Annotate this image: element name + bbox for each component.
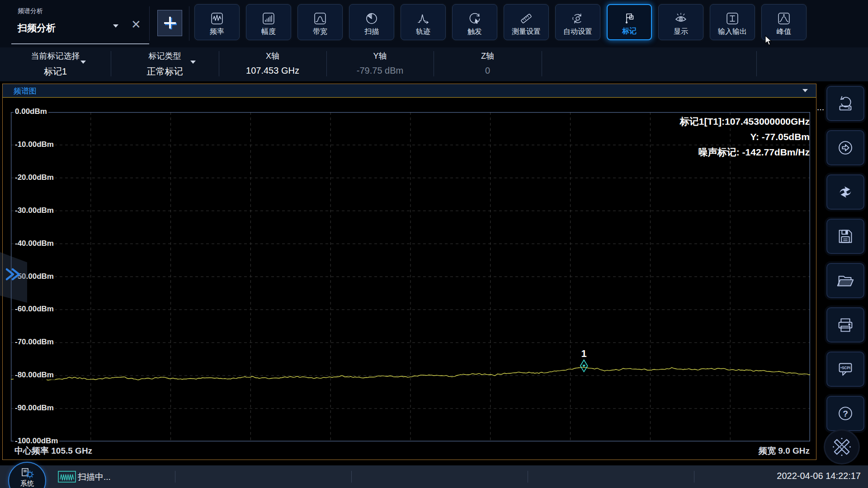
auto-tune-icon <box>570 11 585 26</box>
svg-text:?: ? <box>843 409 848 418</box>
toolbar-button-peak[interactable]: 峰值 <box>761 4 807 40</box>
toolbar-button-label: 测量设置 <box>512 27 541 37</box>
scpi-button[interactable]: •SCPI <box>826 352 864 387</box>
toolbar-button-label: 轨迹 <box>416 27 430 37</box>
toolbar-button-frequency[interactable]: 频率 <box>194 4 240 40</box>
close-tab-icon[interactable]: ✕ <box>129 18 143 32</box>
system-gear-icon <box>20 467 34 479</box>
y-axis-label: Y轴 <box>326 51 434 61</box>
ruler-icon <box>519 11 534 26</box>
sweep-status-icon <box>58 470 76 483</box>
marker-flag-icon <box>622 10 637 26</box>
marker-1[interactable]: 1 <box>580 348 588 372</box>
top-bar: 频谱分析 扫频分析 ✕ 频率 <box>0 0 868 47</box>
divider <box>149 6 150 41</box>
span-value: 9.0 GHz <box>778 446 810 455</box>
help-icon: ? <box>835 403 856 424</box>
y-axis-tick-label: 0.00dBm <box>14 107 48 116</box>
y-axis-tick-label: -10.00dBm <box>14 140 55 149</box>
run-arrow-icon <box>835 137 856 158</box>
statusbar-divider <box>175 471 175 483</box>
toolbar-button-bandwidth[interactable]: 带宽 <box>297 4 343 40</box>
tab-underline <box>11 43 149 44</box>
x-axis-value[interactable]: 107.453 GHz <box>219 66 326 76</box>
marker-type-value[interactable]: 正常标记 <box>111 66 219 78</box>
toolbar-button-sweep[interactable]: 扫描 <box>349 4 394 40</box>
function-toolbar: 频率 幅度 带宽 <box>194 4 807 40</box>
marker-type-label: 标记类型 <box>111 51 219 61</box>
toolbar-button-label: 触发 <box>467 27 482 37</box>
app-root: 频谱分析 扫频分析 ✕ 频率 <box>0 0 868 488</box>
y-axis-tick-label: -70.00dBm <box>14 338 55 347</box>
toolbar-button-label: 显示 <box>674 27 688 37</box>
center-frequency-value: 105.5 GHz <box>51 446 92 455</box>
task-dropdown-caret-icon[interactable] <box>113 24 118 28</box>
toolbar-button-label: 幅度 <box>261 27 276 37</box>
toolbar-button-amplitude[interactable]: 幅度 <box>246 4 291 40</box>
chevron-down-icon[interactable] <box>190 61 196 64</box>
marker-readout-line1: 标记1[T1]:107.453000000GHz <box>680 114 810 129</box>
input-output-icon <box>725 11 740 26</box>
toolbar-button-auto-setup[interactable]: 自动设置 <box>555 4 600 40</box>
navigate-button[interactable] <box>824 429 860 465</box>
span-readout[interactable]: 频宽 9.0 GHz <box>759 445 810 457</box>
toolbar-button-marker[interactable]: 标记 <box>607 4 652 40</box>
span-label: 频宽 <box>759 446 776 455</box>
toolbar-button-label: 频率 <box>210 27 224 37</box>
y-axis-field[interactable]: Y轴 -79.75 dBm <box>326 47 434 81</box>
current-marker-value[interactable]: 标记1 <box>0 66 111 78</box>
open-folder-icon <box>835 270 856 291</box>
panel-collapse-caret-icon[interactable] <box>802 89 808 92</box>
y-axis-value: -79.75 dBm <box>326 66 434 76</box>
toolbar-button-label: 带宽 <box>313 27 327 37</box>
plot-area[interactable]: 1 0.00dBm-10.00dBm-20.00dBm-30.00dBm-40.… <box>11 112 810 441</box>
divider <box>756 51 757 76</box>
y-axis-tick-label: -60.00dBm <box>14 305 55 314</box>
toolbar-button-trace[interactable]: 轨迹 <box>401 4 446 40</box>
toolbar-button-label: 自动设置 <box>563 27 592 37</box>
toolbar-button-label: 标记 <box>622 27 637 36</box>
save-icon <box>835 226 856 247</box>
center-frequency-readout[interactable]: 中心频率 105.5 GHz <box>14 445 92 457</box>
peak-bell-icon <box>776 11 792 26</box>
toolbar-button-trigger[interactable]: 触发 <box>452 4 497 40</box>
y-axis-tick-label: -30.00dBm <box>14 206 55 215</box>
plus-icon <box>162 15 178 31</box>
y-axis-tick-label: -100.00dBm <box>14 436 59 446</box>
y-axis-tick-label: -90.00dBm <box>14 404 55 413</box>
continue-run-button[interactable] <box>826 130 864 165</box>
current-marker-select[interactable]: 当前标记选择 标记1 <box>0 47 111 81</box>
preset-button[interactable] <box>826 86 864 121</box>
z-axis-field[interactable]: Z轴 0 <box>434 47 542 81</box>
tab-title[interactable]: 扫频分析 <box>18 22 56 34</box>
restart-button[interactable] <box>826 174 864 210</box>
printer-icon <box>835 314 856 335</box>
sweep-clock-icon <box>364 11 379 26</box>
marker-readout-line3: 噪声标记: -142.77dBm/Hz <box>680 145 810 160</box>
center-frequency-label: 中心频率 <box>14 446 49 455</box>
toolbar-button-input-output[interactable]: 输入输出 <box>710 4 755 40</box>
marker-type-select[interactable]: 标记类型 正常标记 <box>111 47 219 81</box>
z-axis-value: 0 <box>434 66 542 76</box>
bandwidth-icon <box>312 11 328 26</box>
trace-svg: 1 <box>11 112 810 441</box>
toolbar-button-measure-setup[interactable]: 测量设置 <box>504 4 549 40</box>
chevron-down-icon[interactable] <box>80 61 86 64</box>
toolbar-button-display[interactable]: 显示 <box>658 4 703 40</box>
x-axis-field[interactable]: X轴 107.453 GHz <box>219 47 326 81</box>
trace-peak-icon <box>415 11 431 26</box>
help-button[interactable]: ? <box>826 396 864 431</box>
divider <box>189 6 189 41</box>
y-axis-tick-label: -80.00dBm <box>14 371 55 380</box>
add-measurement-button[interactable] <box>157 10 182 36</box>
toolbar-button-label: 峰值 <box>777 27 791 37</box>
statusbar-divider <box>694 471 694 483</box>
svg-text:•SCPI: •SCPI <box>840 366 850 370</box>
spectrum-panel-header[interactable]: 频谱图 <box>3 84 816 98</box>
save-button[interactable] <box>826 219 864 254</box>
print-button[interactable] <box>826 307 864 343</box>
datetime: 2022-04-06 14:22:17 <box>777 471 861 481</box>
open-file-button[interactable] <box>826 263 864 298</box>
scpi-icon: •SCPI <box>835 359 856 380</box>
y-axis-tick-label: -20.00dBm <box>14 173 55 182</box>
